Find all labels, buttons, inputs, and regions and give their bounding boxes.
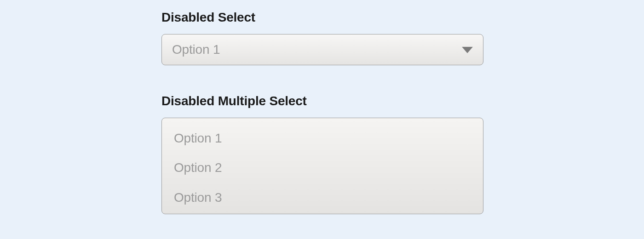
disabled-multiple-select: Option 1 Option 2 Option 3 (161, 118, 483, 214)
disabled-multiple-select-group: Disabled Multiple Select Option 1 Option… (161, 94, 483, 214)
form-container: Disabled Select Option 1 Disabled Multip… (161, 10, 483, 214)
disabled-multiple-select-label: Disabled Multiple Select (161, 94, 483, 108)
chevron-down-icon (462, 47, 473, 53)
list-item: Option 2 (162, 153, 483, 182)
disabled-select-group: Disabled Select Option 1 (161, 10, 483, 65)
disabled-select: Option 1 (161, 34, 483, 65)
list-item: Option 1 (162, 124, 483, 153)
disabled-select-value: Option 1 (172, 42, 220, 57)
list-item: Option 3 (162, 183, 483, 212)
disabled-select-label: Disabled Select (161, 10, 483, 25)
